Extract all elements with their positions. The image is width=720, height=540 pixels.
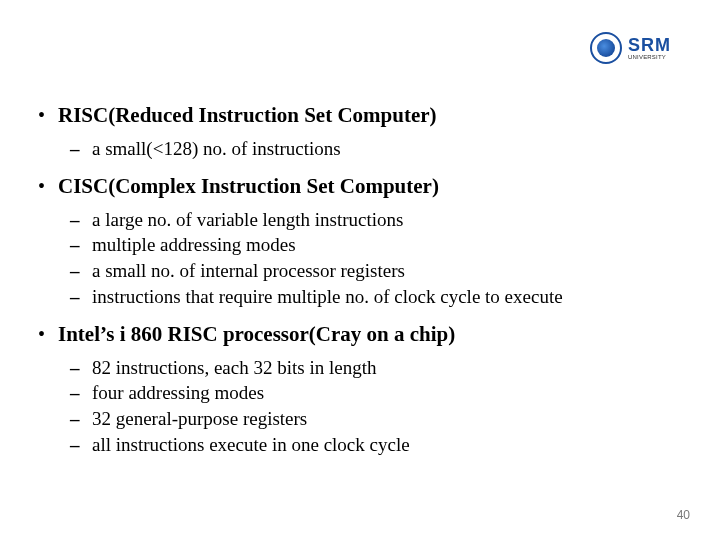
university-logo: SRM UNIVERSITY: [590, 28, 690, 68]
bullet-head: RISC(Reduced Instruction Set Computer): [58, 103, 437, 127]
sub-item: multiple addressing modes: [58, 232, 690, 258]
logo-seal-icon: [590, 32, 622, 64]
bullet-list: RISC(Reduced Instruction Set Computer) a…: [30, 100, 690, 457]
list-item: RISC(Reduced Instruction Set Computer) a…: [30, 100, 690, 161]
bullet-head: CISC(Complex Instruction Set Computer): [58, 174, 439, 198]
logo-main-text: SRM: [628, 36, 671, 54]
list-item: Intel’s i 860 RISC processor(Cray on a c…: [30, 319, 690, 457]
sub-item: four addressing modes: [58, 380, 690, 406]
sub-list: a large no. of variable length instructi…: [58, 207, 690, 310]
sub-item: a large no. of variable length instructi…: [58, 207, 690, 233]
sub-item: 82 instructions, each 32 bits in length: [58, 355, 690, 381]
bullet-head: Intel’s i 860 RISC processor(Cray on a c…: [58, 322, 455, 346]
sub-list: 82 instructions, each 32 bits in length …: [58, 355, 690, 458]
sub-item: a small(<128) no. of instructions: [58, 136, 690, 162]
page-number: 40: [677, 508, 690, 522]
list-item: CISC(Complex Instruction Set Computer) a…: [30, 171, 690, 309]
logo-text: SRM UNIVERSITY: [628, 36, 671, 60]
sub-item: all instructions execute in one clock cy…: [58, 432, 690, 458]
sub-item: a small no. of internal processor regist…: [58, 258, 690, 284]
slide: SRM UNIVERSITY RISC(Reduced Instruction …: [0, 0, 720, 540]
sub-list: a small(<128) no. of instructions: [58, 136, 690, 162]
logo-sub-text: UNIVERSITY: [628, 54, 671, 60]
sub-item: instructions that require multiple no. o…: [58, 284, 690, 310]
sub-item: 32 general-purpose registers: [58, 406, 690, 432]
